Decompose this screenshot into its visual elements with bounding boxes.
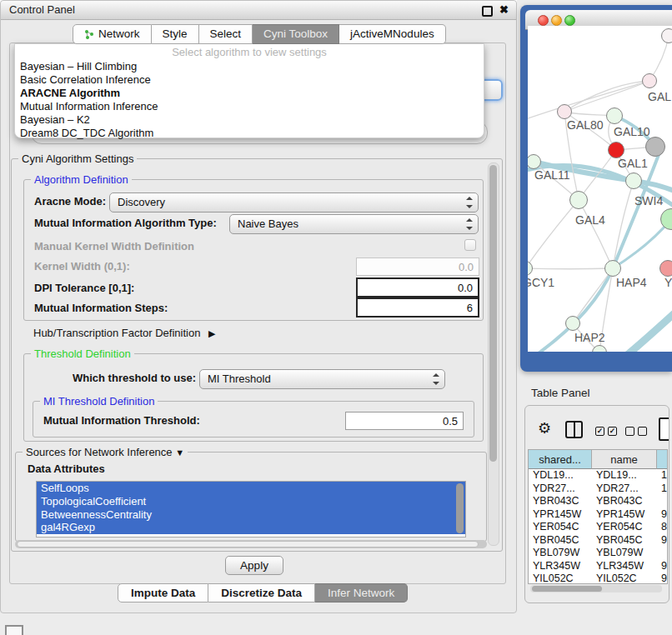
hide-columns-icon[interactable] (625, 427, 647, 436)
tab-network[interactable]: Network (73, 24, 152, 44)
dropdown-option[interactable]: Dream8 DC_TDC Algorithm (15, 127, 484, 140)
table-cell: YER054C (529, 521, 592, 534)
settings-scrollbar-thumb[interactable] (489, 165, 497, 462)
manual-kernel-checkbox[interactable] (464, 239, 476, 251)
settings-hscrollbar[interactable] (15, 540, 487, 548)
close-window-icon[interactable]: ✖ (499, 2, 509, 18)
network-canvas[interactable]: GALGAL80GAL10GAL1GAL11SWI4GAL4GCY1HAP4YH… (528, 26, 672, 352)
table-row[interactable]: YBL079WYBL079W (529, 547, 668, 560)
column-header-name[interactable]: name (592, 450, 657, 469)
table-panel-title: Table Panel (531, 387, 590, 399)
table-row[interactable]: YBR043CYBR043C (529, 495, 668, 508)
network-node-1[interactable] (642, 73, 657, 88)
mi-steps-input[interactable] (356, 298, 479, 318)
settings-hscrollbar-thumb[interactable] (17, 541, 479, 548)
mi-type-combo[interactable]: Naive Bayes (229, 214, 479, 234)
table-cell: YBR043C (592, 495, 657, 508)
bottom-tab-impute-data[interactable]: Impute Data (118, 583, 208, 602)
table-row[interactable]: YDR27...YDR27...12 (529, 482, 668, 496)
column-browser-icon[interactable] (565, 421, 583, 438)
network-node-12[interactable] (659, 260, 672, 277)
network-node-13[interactable] (565, 316, 580, 331)
list-item[interactable]: SelfLoops (37, 482, 465, 495)
dropdown-option[interactable]: ARACNE Algorithm (15, 87, 484, 100)
table-cell: YDR27... (529, 482, 592, 496)
list-item[interactable]: TopologicalCoefficient (37, 495, 465, 508)
tab-select[interactable]: Select (199, 24, 253, 44)
sources-legend: Sources for Network Inference ▼ (23, 446, 188, 458)
tab-label: jActiveMNodules (350, 25, 434, 43)
docked-panel-grip[interactable] (5, 625, 23, 635)
tab-jactivemnodules[interactable]: jActiveMNodules (339, 24, 446, 44)
bottom-tab-infer-network[interactable]: Infer Network (315, 583, 408, 602)
hub-section-toggle[interactable]: Hub/Transcription Factor Definition ▶ (33, 327, 215, 339)
list-scrollbar-thumb[interactable] (456, 483, 464, 533)
dropdown-option[interactable]: Bayesian – K2 (15, 113, 484, 127)
page: { "icons": { "close": "✖", "gear": "⚙", … (0, 0, 672, 635)
mi-threshold-definition-legend: MI Threshold Definition (40, 395, 158, 408)
network-node-11[interactable] (604, 260, 621, 277)
tab-style[interactable]: Style (152, 24, 199, 44)
table-cell: 9. (657, 508, 668, 522)
gear-icon[interactable]: ⚙ (538, 421, 551, 436)
mi-threshold-input[interactable] (345, 412, 464, 430)
apply-button[interactable]: Apply (225, 556, 283, 575)
aracne-mode-combo[interactable]: Discovery (109, 192, 479, 212)
node-label-gcy1: GCY1 (528, 276, 554, 289)
network-node-7[interactable] (625, 172, 642, 189)
stepper-icon (466, 218, 472, 230)
table-row[interactable]: YBR045CYBR045C9. (529, 534, 668, 548)
which-threshold-combo[interactable]: MI Threshold (199, 369, 445, 389)
column-header-cut[interactable] (657, 450, 668, 469)
dropdown-option[interactable]: Bayesian – Hill Climbing (15, 60, 484, 73)
tab-strip: NetworkStyleSelectCyni ToolboxjActiveMNo… (73, 24, 446, 44)
data-attributes-list[interactable]: SelfLoopsTopologicalCoefficientBetweenne… (36, 481, 466, 538)
network-node-2[interactable] (557, 104, 572, 119)
show-selected-columns-icon[interactable]: ✓✓ (595, 427, 617, 436)
column-header-shared[interactable]: shared... (529, 450, 592, 469)
dpi-tolerance-input[interactable] (356, 278, 479, 298)
export-table-icon[interactable] (659, 418, 669, 441)
table-cell: 13 (657, 469, 668, 482)
list-item[interactable]: BetweennessCentrality (37, 508, 465, 522)
algorithm-dropdown-popup: Select algorithm to view settings Bayesi… (14, 43, 484, 138)
float-window-icon[interactable] (482, 6, 493, 17)
network-node-3[interactable] (606, 108, 623, 124)
table-cell: YDL19... (592, 469, 657, 482)
network-node-4[interactable] (608, 142, 624, 158)
table-cell: YPR145W (592, 508, 657, 522)
dropdown-placeholder: Select algorithm to view settings (15, 46, 484, 58)
table-cell (657, 547, 668, 560)
aracne-mode-value: Discovery (118, 196, 165, 208)
network-node-0[interactable] (661, 28, 672, 43)
kernel-width-input[interactable] (356, 258, 479, 276)
table-hscrollbar[interactable] (530, 585, 662, 592)
table-hscrollbar-thumb[interactable] (532, 586, 602, 592)
table-row[interactable]: YPR145WYPR145W9. (529, 508, 668, 522)
node-label-swi4: SWI4 (634, 194, 663, 208)
node-label-gal11: GAL11 (534, 168, 570, 182)
which-threshold-label: Which threshold to use: (73, 369, 196, 388)
table-row[interactable]: YER054CYER054C8. (529, 521, 668, 534)
dropdown-option[interactable]: Basic Correlation Inference (15, 73, 484, 87)
zoom-light-icon[interactable] (564, 15, 575, 26)
bottom-tab-discretize-data[interactable]: Discretize Data (208, 583, 315, 602)
hub-section-label: Hub/Transcription Factor Definition (33, 327, 200, 339)
table-row[interactable]: YDL19...YDL19...13 (529, 469, 668, 482)
minimize-light-icon[interactable] (551, 15, 562, 26)
tab-cyni-toolbox[interactable]: Cyni Toolbox (253, 24, 339, 44)
network-node-5[interactable] (645, 137, 665, 157)
settings-scrollbar[interactable] (488, 162, 499, 546)
list-item[interactable]: gal4RGexp (37, 521, 465, 534)
table-row[interactable]: YIL052CYIL052C9 (529, 572, 668, 584)
mi-type-label: Mutual Information Algorithm Type: (34, 214, 217, 232)
stepper-icon (466, 197, 472, 208)
tab-label: Network (98, 25, 140, 43)
node-label-gal10: GAL10 (614, 125, 650, 138)
mi-threshold-label: Mutual Information Threshold: (43, 412, 200, 430)
close-light-icon[interactable] (538, 15, 549, 26)
table-row[interactable]: YLR345WYLR345W9. (529, 560, 668, 573)
network-node-8[interactable] (569, 191, 588, 209)
window-title: Control Panel (9, 1, 75, 19)
dropdown-option[interactable]: Mutual Information Inference (15, 100, 484, 113)
